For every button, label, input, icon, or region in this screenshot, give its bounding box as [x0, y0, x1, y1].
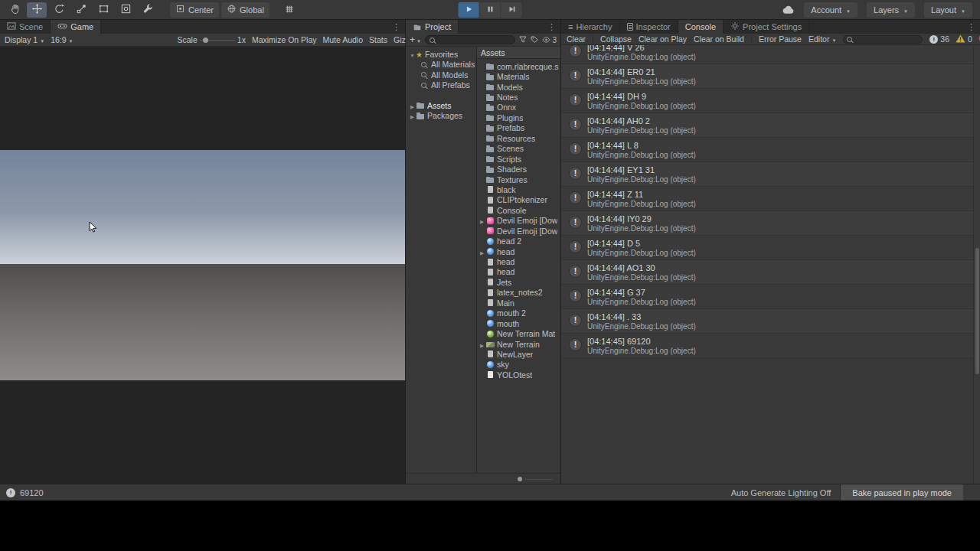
clear-on-play-toggle[interactable]: Clear on Play: [639, 34, 687, 44]
foldout-closed-icon[interactable]: [409, 111, 416, 120]
tab-game[interactable]: Game: [51, 20, 101, 34]
tab-project-settings[interactable]: Project Settings: [724, 20, 809, 34]
error-pause-toggle[interactable]: Error Pause: [759, 34, 802, 44]
console-log-entry[interactable]: [04:14:44] V 26UnityEngine.Debug:Log (ob…: [561, 45, 973, 64]
asset-item[interactable]: head: [477, 246, 560, 256]
asset-item[interactable]: Models: [477, 82, 560, 92]
display-dropdown[interactable]: Display 1: [5, 35, 44, 44]
tab-console[interactable]: Console: [678, 20, 724, 34]
favorites-item[interactable]: All Models: [406, 70, 476, 80]
panel-menu-icon[interactable]: [545, 20, 558, 34]
asset-item[interactable]: com.rlabrecque.s: [477, 61, 560, 71]
scale-tool-button[interactable]: [71, 2, 91, 18]
asset-item[interactable]: Resources: [477, 133, 560, 143]
console-log-entry[interactable]: [04:14:45] 69120UnityEngine.Debug:Log (o…: [561, 334, 973, 358]
asset-item[interactable]: New Terrain Mat: [477, 328, 560, 338]
console-log-entry[interactable]: [04:14:44] AO1 30UnityEngine.Debug:Log (…: [561, 260, 973, 285]
grid-snapping-button[interactable]: [279, 2, 299, 18]
asset-item[interactable]: Main: [477, 298, 560, 308]
asset-item[interactable]: Devil Emoji [Dow: [477, 216, 560, 226]
pivot-global-button[interactable]: Global: [221, 2, 270, 18]
status-message[interactable]: 69120: [0, 488, 44, 497]
mute-audio-toggle[interactable]: Mute Audio: [323, 35, 364, 44]
stats-toggle[interactable]: Stats: [369, 35, 387, 44]
foldout-open-icon[interactable]: [409, 50, 416, 59]
search-by-label-icon[interactable]: [531, 36, 538, 44]
cloud-icon[interactable]: [782, 5, 795, 16]
pivot-center-button[interactable]: Center: [170, 2, 219, 18]
favorites-item[interactable]: All Materials: [406, 60, 476, 70]
asset-zoom-slider[interactable]: [518, 477, 522, 481]
console-log-entry[interactable]: [04:14:44] AH0 2UnityEngine.Debug:Log (o…: [561, 113, 973, 138]
scale-slider[interactable]: [200, 36, 235, 44]
maximize-on-play-toggle[interactable]: Maximize On Play: [252, 35, 317, 44]
asset-item[interactable]: Scenes: [477, 144, 560, 154]
transform-tool-button[interactable]: [116, 2, 136, 18]
asset-item[interactable]: New Terrain: [477, 339, 560, 349]
panel-menu-icon[interactable]: [965, 20, 978, 34]
asset-item[interactable]: latex_notes2: [477, 288, 560, 298]
console-log-entry[interactable]: [04:14:44] DH 9UnityEngine.Debug:Log (ob…: [561, 89, 973, 113]
tree-item-packages[interactable]: Packages: [406, 111, 476, 122]
console-log-entry[interactable]: [04:14:44] EY1 31UnityEngine.Debug:Log (…: [561, 162, 973, 187]
asset-item[interactable]: Scripts: [477, 154, 560, 164]
log-count-toggle[interactable]: 36: [929, 34, 949, 44]
asset-item[interactable]: Shaders: [477, 164, 560, 174]
asset-item[interactable]: head 2: [477, 236, 560, 246]
layers-dropdown[interactable]: Layers: [867, 2, 915, 18]
editor-dropdown[interactable]: Editor: [808, 34, 836, 44]
console-log-entry[interactable]: [04:14:44] L 8UnityEngine.Debug:Log (obj…: [561, 138, 973, 162]
asset-item[interactable]: mouth 2: [477, 308, 560, 318]
tab-scene[interactable]: Scene: [0, 20, 51, 34]
asset-item[interactable]: head: [477, 267, 560, 277]
asset-item[interactable]: NewLayer: [477, 349, 560, 359]
console-log-entry[interactable]: [04:14:44] Z 11UnityEngine.Debug:Log (ob…: [561, 187, 973, 211]
foldout-closed-icon[interactable]: [409, 101, 416, 110]
auto-generate-lighting-toggle[interactable]: Auto Generate Lighting Off: [731, 488, 831, 497]
console-scrollbar[interactable]: [973, 45, 980, 484]
foldout-closed-icon[interactable]: [479, 247, 485, 256]
warning-count-toggle[interactable]: 0: [956, 34, 972, 44]
rect-tool-button[interactable]: [93, 2, 113, 18]
asset-item[interactable]: mouth: [477, 318, 560, 328]
collapse-toggle[interactable]: Collapse: [600, 34, 632, 44]
asset-item[interactable]: Notes: [477, 92, 560, 102]
clear-on-build-toggle[interactable]: Clear on Build: [694, 34, 744, 44]
move-tool-button[interactable]: [27, 2, 47, 18]
foldout-closed-icon[interactable]: [479, 216, 485, 225]
asset-item[interactable]: black: [477, 184, 560, 194]
scrollbar-thumb[interactable]: [975, 248, 979, 374]
console-search-input[interactable]: [843, 35, 923, 44]
play-button[interactable]: [459, 2, 479, 18]
tab-project[interactable]: Project: [406, 20, 459, 34]
aspect-dropdown[interactable]: 16:9: [51, 35, 73, 44]
search-by-type-icon[interactable]: [519, 36, 527, 44]
asset-item[interactable]: Plugins: [477, 112, 560, 122]
asset-item[interactable]: Console: [477, 205, 560, 215]
favorites-root[interactable]: Favorites: [406, 49, 476, 60]
favorites-item[interactable]: All Prefabs: [406, 80, 476, 91]
slider-thumb[interactable]: [203, 37, 208, 43]
create-asset-button[interactable]: +: [410, 34, 421, 45]
account-dropdown[interactable]: Account: [804, 2, 858, 18]
rotate-tool-button[interactable]: [49, 2, 69, 18]
bake-status-button[interactable]: Bake paused in play mode: [840, 484, 963, 500]
console-log-entry[interactable]: [04:14:44] . 33UnityEngine.Debug:Log (ob…: [561, 309, 973, 334]
hidden-packages-count[interactable]: 3: [542, 36, 557, 44]
tab-inspector[interactable]: Inspector: [620, 20, 678, 34]
layout-dropdown[interactable]: Layout: [924, 2, 972, 18]
tree-item-assets[interactable]: Assets: [406, 100, 476, 111]
step-button[interactable]: [501, 2, 522, 18]
foldout-closed-icon[interactable]: [479, 340, 485, 349]
pause-button[interactable]: [480, 2, 501, 18]
game-viewport[interactable]: [0, 47, 405, 484]
tab-hierarchy[interactable]: Hierarchy: [561, 20, 620, 34]
hand-tool-button[interactable]: [5, 2, 24, 18]
asset-item[interactable]: YOLOtest: [477, 370, 560, 380]
asset-item[interactable]: Materials: [477, 71, 560, 81]
asset-item[interactable]: head: [477, 256, 560, 266]
panel-menu-icon[interactable]: [390, 20, 403, 34]
console-log-entry[interactable]: [04:14:44] IY0 29UnityEngine.Debug:Log (…: [561, 211, 973, 236]
console-log-entry[interactable]: [04:14:44] G 37UnityEngine.Debug:Log (ob…: [561, 285, 973, 309]
project-search-input[interactable]: [425, 35, 515, 44]
